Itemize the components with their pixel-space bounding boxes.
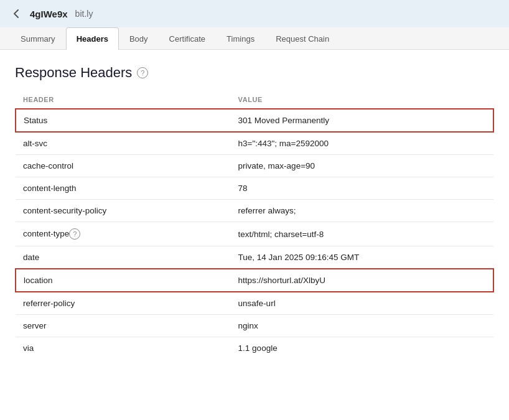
table-row: dateTue, 14 Jan 2025 09:16:45 GMT xyxy=(16,246,493,269)
header-value-cell: unsafe-url xyxy=(231,292,493,315)
table-row: alt-svch3=":443"; ma=2592000 xyxy=(16,132,493,155)
header-name-cell: date xyxy=(16,246,231,269)
header-value-cell: 78 xyxy=(231,177,493,200)
header-value-cell: h3=":443"; ma=2592000 xyxy=(231,132,493,155)
tab-certificate[interactable]: Certificate xyxy=(159,27,217,50)
header-name-cell: content-type? xyxy=(16,222,231,246)
tab-headers[interactable]: Headers xyxy=(66,27,119,50)
table-row: referrer-policyunsafe-url xyxy=(16,292,493,315)
header-value-cell: nginx xyxy=(231,315,493,337)
tab-body[interactable]: Body xyxy=(119,27,159,50)
tab-timings[interactable]: Timings xyxy=(216,27,265,50)
back-icon xyxy=(10,7,22,20)
section-title: Response Headers ? xyxy=(15,65,494,81)
col-header-value: VALUE xyxy=(231,93,493,109)
table-row: servernginx xyxy=(16,315,493,337)
page-subtitle: bit.ly xyxy=(75,9,93,19)
tab-summary[interactable]: Summary xyxy=(10,27,66,50)
header-name-cell: location xyxy=(16,269,231,292)
page-title: 4gIWe9x xyxy=(30,9,68,19)
header-name-cell: server xyxy=(16,315,231,337)
table-row: locationhttps://shorturl.at/XlbyU xyxy=(16,269,493,292)
header-name-cell: Status xyxy=(16,109,231,132)
table-row: via1.1 google xyxy=(16,337,493,360)
row-help-icon[interactable]: ? xyxy=(69,228,80,240)
header-value-cell: text/html; charset=utf-8 xyxy=(231,222,493,246)
top-bar: 4gIWe9x bit.ly xyxy=(0,0,509,27)
back-button[interactable] xyxy=(10,7,22,20)
tab-request-chain[interactable]: Request Chain xyxy=(265,27,340,50)
header-value-cell: Tue, 14 Jan 2025 09:16:45 GMT xyxy=(231,246,493,269)
header-name-cell: content-security-policy xyxy=(16,200,231,222)
section-title-text: Response Headers xyxy=(15,65,132,81)
header-name-cell: referrer-policy xyxy=(16,292,231,315)
table-row: content-type?text/html; charset=utf-8 xyxy=(16,222,493,246)
header-value-cell: https://shorturl.at/XlbyU xyxy=(231,269,493,292)
header-name-cell: cache-control xyxy=(16,155,231,177)
response-headers-table: HEADER VALUE Status301 Moved Permanently… xyxy=(15,93,494,359)
header-name-cell: alt-svc xyxy=(16,132,231,155)
header-value-cell: 301 Moved Permanently xyxy=(231,109,493,132)
header-name-cell: via xyxy=(16,337,231,360)
header-value-cell: private, max-age=90 xyxy=(231,155,493,177)
table-row: content-length78 xyxy=(16,177,493,200)
table-row: cache-controlprivate, max-age=90 xyxy=(16,155,493,177)
section-help-icon[interactable]: ? xyxy=(137,67,148,78)
header-value-cell: referrer always; xyxy=(231,200,493,222)
tab-navigation: Summary Headers Body Certificate Timings… xyxy=(0,27,509,50)
header-value-cell: 1.1 google xyxy=(231,337,493,360)
table-row: content-security-policyreferrer always; xyxy=(16,200,493,222)
table-row: Status301 Moved Permanently xyxy=(16,109,493,132)
main-content: Response Headers ? HEADER VALUE Status30… xyxy=(0,50,509,374)
header-name-cell: content-length xyxy=(16,177,231,200)
col-header-name: HEADER xyxy=(16,93,231,109)
